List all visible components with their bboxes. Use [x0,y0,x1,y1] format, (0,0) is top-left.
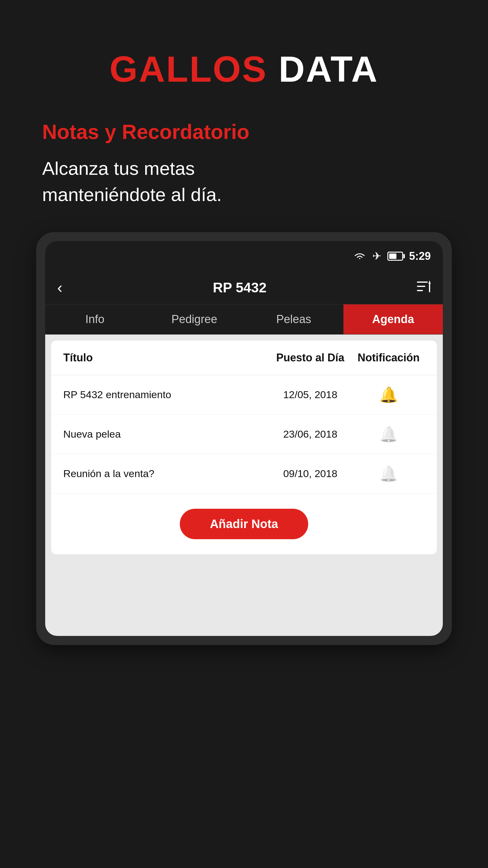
row-date-2: 23/06, 2018 [268,428,352,440]
row-title-2: Nueva pelea [63,428,268,440]
status-bar: ✈ 5:29 [45,241,443,271]
status-time: 5:29 [409,250,431,262]
tabs-bar: Info Pedigree Peleas Agenda [45,304,443,335]
table-header: Título Puesto al Día Notificación [51,341,437,375]
section-title: Notas y Recordatorio [42,120,250,144]
row-notif-3[interactable]: 🔔 [352,465,425,483]
bell-active-icon: 🔔 [379,386,398,404]
bottom-gray [45,576,443,636]
content-area: Título Puesto al Día Notificación RP 543… [45,335,443,576]
tab-info[interactable]: Info [45,304,144,334]
sort-button[interactable] [417,279,431,296]
back-button[interactable]: ‹ [57,278,62,297]
svg-rect-4 [429,284,430,292]
battery-fill [389,253,396,259]
bell-inactive-icon: 🔔 [379,426,398,443]
row-title-1: RP 5432 entrenamiento [63,389,268,401]
tab-peleas[interactable]: Peleas [244,304,344,334]
col-notificacion: Notificación [352,351,425,364]
title-gallos: GALLOS [110,49,267,89]
battery-icon [387,252,403,261]
table-row: RP 5432 entrenamiento 12/05, 2018 🔔 [51,375,437,415]
row-title-3: Reunión a la venta? [63,468,268,479]
svg-marker-3 [428,280,431,284]
wifi-icon [353,251,366,261]
row-date-1: 12/05, 2018 [268,389,352,401]
header-title: RP 5432 [213,279,267,296]
table-row: Reunión a la venta? 09/10, 2018 🔔 [51,454,437,494]
row-date-3: 09/10, 2018 [268,468,352,479]
table-row: Nueva pelea 23/06, 2018 🔔 [51,415,437,454]
svg-rect-1 [417,286,425,287]
tab-agenda[interactable]: Agenda [344,304,443,334]
svg-rect-2 [417,290,423,291]
app-header: ‹ RP 5432 [45,271,443,304]
tab-pedigree[interactable]: Pedigree [144,304,244,334]
airplane-icon: ✈ [372,250,381,262]
add-nota-row: Añadir Nota [51,494,437,554]
title-data: DATA [267,49,379,89]
section-description: Alcanza tus metas manteniéndote al día. [42,156,313,208]
row-notif-2[interactable]: 🔔 [352,426,425,443]
agenda-card: Título Puesto al Día Notificación RP 543… [51,341,437,554]
col-titulo: Título [63,351,268,364]
app-title: GALLOS DATA [110,48,379,90]
row-notif-1[interactable]: 🔔 [352,386,425,404]
status-icons: ✈ 5:29 [353,250,431,262]
sort-icon [417,280,431,292]
phone-frame: ✈ 5:29 ‹ RP 5432 [36,232,452,645]
page-wrapper: GALLOS DATA Notas y Recordatorio Alcanza… [0,0,488,868]
phone-inner: ✈ 5:29 ‹ RP 5432 [45,241,443,636]
col-puesto: Puesto al Día [268,351,352,364]
add-nota-button[interactable]: Añadir Nota [180,509,308,539]
bell-inactive-icon-2: 🔔 [379,465,398,483]
svg-rect-0 [417,281,428,283]
